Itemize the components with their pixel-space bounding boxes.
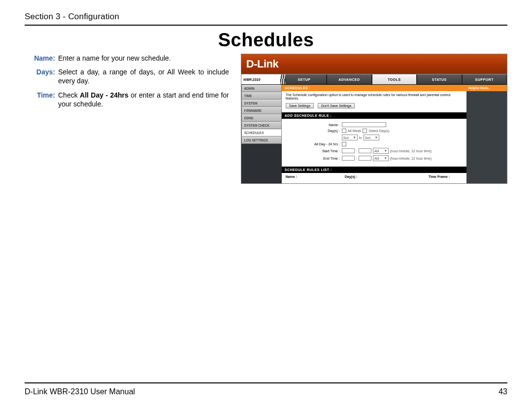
end-minute-input[interactable] xyxy=(359,156,371,161)
select-days-text: Select Day(s) xyxy=(368,129,389,133)
footer-page-number: 43 xyxy=(499,387,507,396)
footer: D-Link WBR-2310 User Manual 43 xyxy=(25,387,507,396)
main-column: SCHEDULES : The Schedule configuration o… xyxy=(282,85,466,183)
sidemenu-item-firmware[interactable]: FIRMWARE xyxy=(241,107,282,114)
allday-label: All Day - 24 hrs : xyxy=(286,142,342,146)
allday-checkbox[interactable] xyxy=(342,142,346,146)
end-ampm-select[interactable]: AM▼ xyxy=(373,155,389,161)
all-week-text: All Week xyxy=(348,129,362,133)
form-row-days: Day(s) : All Week Select Day(s) xyxy=(286,129,463,133)
page-title: Schedules xyxy=(25,30,507,51)
brand-logo: D-Link xyxy=(246,58,278,70)
col-days: Day(s) : xyxy=(345,175,429,178)
day-to-select[interactable]: Sun▼ xyxy=(364,135,379,140)
save-settings-button[interactable]: Save Settings xyxy=(286,103,314,108)
screenshot-body: ADMIN TIME SYSTEM FIRMWARE DDNS SYSTEM C… xyxy=(241,85,507,183)
footer-left: D-Link WBR-2310 User Manual xyxy=(25,387,135,396)
definition-row: Days: Select a day, a range of days, or … xyxy=(25,68,229,85)
chevron-down-icon: ▼ xyxy=(384,149,387,152)
end-time-hint: (hour:minute, 12 hour time) xyxy=(390,157,432,160)
chevron-down-icon: ▼ xyxy=(353,136,356,139)
definition-label: Time: xyxy=(25,91,58,108)
form-row-name: Name : xyxy=(286,122,463,127)
definition-row: Name: Enter a name for your new schedule… xyxy=(25,54,229,63)
hints-column: Helpful Hints.. xyxy=(466,85,507,183)
end-time-label: End Time : xyxy=(286,157,342,160)
form-row-end: End Time : : AM▼ (hour:minute, 12 hour t… xyxy=(286,155,463,161)
nav-tab-tools[interactable]: TOOLS xyxy=(372,74,417,84)
start-hour-input[interactable] xyxy=(342,148,355,153)
sidemenu-item-system[interactable]: SYSTEM xyxy=(241,100,282,107)
start-ampm-select[interactable]: AM▼ xyxy=(373,148,389,154)
nav-tabs-row: WBR-2310 SETUP ADVANCED TOOLS STATUS SUP… xyxy=(241,74,507,85)
sidemenu-item-admin[interactable]: ADMIN xyxy=(241,85,282,92)
rules-list-columns: Name : Day(s) : Time Frame : xyxy=(282,173,466,183)
colon-text: : xyxy=(356,157,357,160)
colon-text: : xyxy=(356,149,357,153)
definition-text: Select a day, a range of days, or All We… xyxy=(58,68,229,85)
sidemenu-item-systemcheck[interactable]: SYSTEM CHECK xyxy=(241,122,282,129)
col-name: Name : xyxy=(286,175,345,178)
hints-header: Helpful Hints.. xyxy=(466,85,507,91)
add-rule-panel-body: Name : Day(s) : All Week Select Day(s) xyxy=(282,119,466,167)
all-week-checkbox[interactable] xyxy=(342,129,346,133)
chevron-down-icon: ▼ xyxy=(384,157,387,160)
days-label: Day(s) : xyxy=(286,129,342,133)
rules-list-header: SCHEDULE RULES LIST : xyxy=(282,167,466,173)
add-rule-panel-header: ADD SSCHEDULE RULE : xyxy=(282,112,466,119)
form-row-start: Start Time : : AM▼ (hour:minute, 12 hour… xyxy=(286,148,463,154)
end-hour-input[interactable] xyxy=(342,156,355,161)
section-header: Section 3 - Configuration xyxy=(25,12,507,22)
footer-rule xyxy=(25,382,507,383)
chevron-down-icon: ▼ xyxy=(375,136,378,139)
header-rule xyxy=(25,25,507,26)
router-screenshot: D-Link WBR-2310 SETUP ADVANCED TOOLS STA… xyxy=(241,54,507,184)
schedules-panel-body: The Schedule configuration option is use… xyxy=(282,91,466,112)
nav-tab-advanced[interactable]: ADVANCED xyxy=(327,74,371,84)
brand-banner: D-Link xyxy=(241,54,507,74)
sidemenu: ADMIN TIME SYSTEM FIRMWARE DDNS SYSTEM C… xyxy=(241,85,282,183)
col-timeframe: Time Frame : xyxy=(429,175,463,178)
name-input[interactable] xyxy=(342,122,386,127)
definition-label: Days: xyxy=(25,68,58,85)
definitions-list: Name: Enter a name for your new schedule… xyxy=(25,54,229,113)
definition-text: Enter a name for your new schedule. xyxy=(58,54,229,63)
nav-tab-setup[interactable]: SETUP xyxy=(282,74,327,84)
form-row-allday: All Day - 24 hrs : xyxy=(286,142,463,146)
select-days-checkbox[interactable] xyxy=(363,129,367,133)
start-time-label: Start Time : xyxy=(286,149,342,153)
schedules-description: The Schedule configuration option is use… xyxy=(286,93,463,100)
nav-tab-status[interactable]: STATUS xyxy=(417,74,462,84)
sidemenu-item-time[interactable]: TIME xyxy=(241,92,282,100)
schedules-panel-header: SCHEDULES : xyxy=(282,85,466,91)
sidemenu-item-ddns[interactable]: DDNS xyxy=(241,114,282,122)
definition-label: Name: xyxy=(25,54,58,63)
name-label: Name : xyxy=(286,123,342,127)
sidemenu-item-schedules[interactable]: SCHEDULES xyxy=(241,129,282,137)
definition-text: Check All Day - 24hrs or enter a start a… xyxy=(58,91,229,108)
model-badge: WBR-2310 xyxy=(241,74,282,84)
definition-row: Time: Check All Day - 24hrs or enter a s… xyxy=(25,91,229,108)
page: Section 3 - Configuration Schedules Name… xyxy=(0,0,532,411)
day-from-select[interactable]: Sun▼ xyxy=(342,135,358,140)
nav-tab-support[interactable]: SUPPORT xyxy=(462,74,507,84)
sidemenu-item-logsettings[interactable]: LOG SETTINGS xyxy=(241,137,282,144)
start-minute-input[interactable] xyxy=(359,148,371,153)
content-row: Name: Enter a name for your new schedule… xyxy=(25,54,507,184)
to-text: to xyxy=(359,136,362,139)
form-row-days-range: Sun▼ to Sun▼ xyxy=(286,135,463,140)
start-time-hint: (hour:minute, 12 hour time) xyxy=(390,149,432,153)
dont-save-settings-button[interactable]: Don't Save Settings xyxy=(318,103,355,108)
